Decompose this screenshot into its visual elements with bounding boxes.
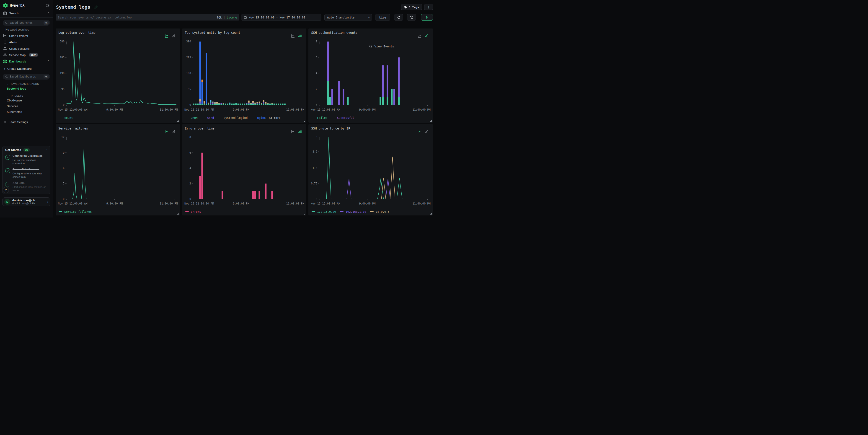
legend-item[interactable]: 192.168.1.10: [340, 210, 366, 213]
svg-text:12: 12: [61, 136, 64, 139]
chevron-up-icon[interactable]: ⌃: [48, 60, 50, 63]
bar-chart-toggle-icon[interactable]: [298, 130, 302, 134]
get-started-item-desc: Set up your database connection: [12, 158, 48, 165]
line-chart-toggle-icon[interactable]: [417, 34, 422, 38]
panel-resize-handle[interactable]: [177, 213, 179, 215]
user-menu[interactable]: D dominic.tran@clic... dominic.tran@clic…: [2, 197, 51, 206]
legend-item[interactable]: 172.16.0.20: [312, 210, 336, 213]
legend-item[interactable]: Errors: [185, 210, 201, 213]
chevron-up-icon[interactable]: ⌃: [45, 148, 48, 151]
presets-header[interactable]: ⌄ PRESETS: [0, 91, 53, 98]
event-search-box[interactable]: SQL | Lucene: [56, 14, 239, 21]
svg-text:Nov 15 12:00:00 AM: Nov 15 12:00:00 AM: [184, 108, 214, 111]
panel-resize-handle[interactable]: [304, 120, 305, 122]
edit-title-button[interactable]: [94, 5, 98, 9]
legend-item[interactable]: 10.0.0.5: [370, 210, 389, 213]
bar-chart-toggle-icon[interactable]: [172, 130, 176, 134]
svg-text:9:00:00 PM: 9:00:00 PM: [233, 108, 249, 111]
panel-resize-handle[interactable]: [430, 120, 432, 122]
sidebar-item-dashboards[interactable]: Dashboards ⌃: [0, 58, 53, 64]
legend-more-link[interactable]: +3 more: [269, 116, 281, 120]
chevron-up-icon[interactable]: ⌃: [48, 12, 50, 15]
chart-area[interactable]: 02468Nov 15 12:00:00 AM9:00:00 PM11:00:0…: [184, 134, 305, 209]
get-started-header[interactable]: Get Started 3/3 ⌃: [5, 148, 48, 152]
sidebar-item-team-settings[interactable]: Team Settings: [0, 119, 53, 125]
create-dashboard-button[interactable]: + Create Dashboard: [0, 64, 53, 71]
tags-button[interactable]: 0 Tags: [401, 4, 422, 10]
event-search-input[interactable]: [58, 16, 217, 19]
sidebar-item-services[interactable]: Services: [0, 103, 53, 109]
legend-item[interactable]: Successful: [332, 116, 354, 120]
chart-area[interactable]: 095190285380Nov 15 12:00:00 AM9:00:00 PM…: [184, 38, 305, 115]
line-chart-toggle-icon[interactable]: [165, 130, 169, 134]
bar-chart-toggle-icon[interactable]: [298, 34, 302, 38]
get-started-item-add-data[interactable]: Add Data Start sending logs, metrics, or…: [5, 182, 48, 192]
divider: [0, 17, 53, 18]
chart-area[interactable]: 00.751.52.33Nov 15 12:00:00 AM9:00:00 PM…: [310, 134, 431, 209]
lucene-toggle[interactable]: Lucene: [227, 16, 237, 19]
saved-dashboards-input[interactable]: ⌘K: [3, 74, 50, 80]
saved-searches-input[interactable]: ⌘K: [3, 20, 50, 26]
chart-area[interactable]: 095190285380Nov 15 12:00:00 AM9:00:00 PM…: [57, 38, 178, 115]
date-range-picker[interactable]: Nov 15 00:00:00 - Nov 17 00:00:00: [241, 14, 321, 21]
bar-chart-toggle-icon[interactable]: [425, 34, 428, 38]
legend-item[interactable]: Failed: [312, 116, 327, 120]
live-button[interactable]: Live: [375, 14, 390, 21]
chart-area[interactable]: 036912Nov 15 12:00:00 AM9:00:00 PM11:00:…: [57, 134, 178, 209]
sidebar-item-kubernetes[interactable]: Kubernetes: [0, 109, 53, 115]
line-chart-toggle-icon[interactable]: [165, 34, 169, 38]
sidebar-item-chart-explorer[interactable]: Chart Explorer: [0, 33, 53, 39]
panel-menu-button[interactable]: ⋮: [424, 4, 433, 10]
legend-item[interactable]: sshd: [202, 116, 214, 120]
help-button[interactable]: ?: [3, 187, 9, 193]
legend-item[interactable]: count: [59, 116, 73, 120]
view-events-button[interactable]: View Events: [369, 45, 394, 48]
svg-text:9:00:00 PM: 9:00:00 PM: [359, 108, 376, 111]
filter-button[interactable]: [407, 14, 416, 21]
search-icon: [5, 22, 8, 24]
sidebar-item-service-map[interactable]: Service Map BETA: [0, 52, 53, 58]
user-name: dominic.tran@clic...: [12, 199, 38, 202]
refresh-button[interactable]: [394, 14, 403, 21]
bar-chart-toggle-icon[interactable]: [172, 34, 176, 38]
sidebar-item-clickhouse[interactable]: ClickHouse: [0, 98, 53, 103]
granularity-select[interactable]: Auto Granularity ▲▼: [324, 14, 372, 21]
legend-label: 10.0.0.5: [376, 210, 389, 213]
play-icon: [425, 16, 429, 19]
get-started-item-sources[interactable]: Create Data Sources Configure where your…: [5, 168, 48, 179]
charts-grid: Log volume over time 095190285380Nov 15 …: [56, 29, 433, 215]
legend-item[interactable]: CRON: [185, 116, 197, 120]
legend-label: 192.168.1.10: [346, 210, 366, 213]
svg-text:6: 6: [316, 56, 317, 59]
chart-legend: 172.16.0.20192.168.1.1010.0.0.5: [310, 209, 431, 215]
chart-svg: 095190285380Nov 15 12:00:00 AM9:00:00 PM…: [57, 38, 178, 115]
chart-area[interactable]: 02468Nov 15 12:00:00 AM9:00:00 PM11:00:0…: [310, 38, 431, 115]
logo-row: HyperDX: [0, 0, 53, 10]
bar-chart-toggle-icon[interactable]: [425, 130, 428, 134]
chart-legend: FailedSuccessful: [310, 115, 431, 121]
sql-toggle[interactable]: SQL: [217, 16, 222, 19]
panel-resize-handle[interactable]: [177, 120, 179, 122]
tag-icon: [404, 6, 407, 9]
legend-item[interactable]: nginx: [252, 116, 266, 120]
svg-text:0: 0: [316, 197, 317, 200]
panel-resize-handle[interactable]: [304, 213, 305, 215]
saved-dashboards-field[interactable]: [9, 75, 42, 78]
get-started-item-connect[interactable]: Connect to ClickHouse Set up your databa…: [5, 154, 48, 165]
run-query-button[interactable]: [421, 14, 433, 21]
collapse-sidebar-icon[interactable]: [46, 4, 50, 7]
sidebar-item-systemd-logs[interactable]: Systemd logs: [0, 86, 53, 91]
saved-searches-field[interactable]: [9, 21, 42, 24]
line-chart-toggle-icon[interactable]: [417, 130, 422, 134]
legend-item[interactable]: Service failures: [59, 210, 92, 213]
legend-swatch: [202, 118, 205, 118]
saved-dashboards-header[interactable]: ⌄ SAVED DASHBOARDS: [0, 80, 53, 86]
legend-item[interactable]: systemd-logind: [218, 116, 248, 120]
chart-legend: count: [57, 115, 178, 121]
line-chart-toggle-icon[interactable]: [291, 34, 295, 38]
line-chart-toggle-icon[interactable]: [291, 130, 295, 134]
sidebar-item-search[interactable]: Search ⌃: [0, 10, 53, 17]
panel-resize-handle[interactable]: [430, 213, 432, 215]
sidebar-item-client-sessions[interactable]: Client Sessions: [0, 45, 53, 52]
sidebar-item-alerts[interactable]: Alerts: [0, 39, 53, 45]
